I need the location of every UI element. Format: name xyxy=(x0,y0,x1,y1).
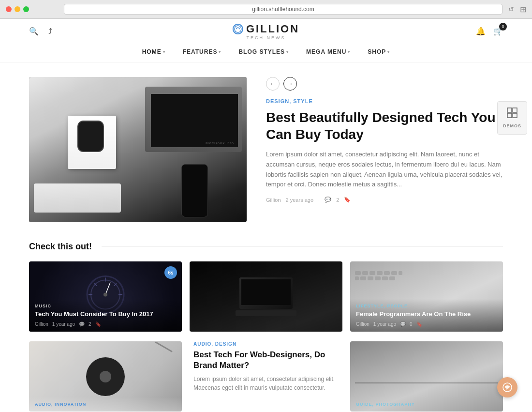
nav-shop-arrow: ▾ xyxy=(387,50,390,54)
bottom-left: AUDIO, INNOVATION xyxy=(29,341,182,412)
card-1-overlay: MUSIC Tech You Must Consider To Buy In 2… xyxy=(29,299,182,332)
hero-author: Gillion xyxy=(266,197,281,203)
bottom-left-category: AUDIO, INNOVATION xyxy=(35,402,176,407)
card-3-comment-icon: 💬 xyxy=(400,321,406,327)
page: 🔍 ⤴ GILLION TECH NEWS 🔔 🛒 0 xyxy=(0,19,532,412)
hero-content: ← → DESIGN, STYLE Best Beautifully Desig… xyxy=(266,77,503,203)
card-2-bg xyxy=(190,261,342,332)
card-1-comment-icon: 💬 xyxy=(79,321,85,327)
card-female-programmers[interactable]: LIFESTYLE, PEOPLE Female Programmers Are… xyxy=(350,261,503,332)
card-3-time: 1 year ago xyxy=(373,321,396,327)
card-laptop[interactable] xyxy=(190,261,342,332)
nav-blog-arrow: ▾ xyxy=(286,50,289,54)
logo-subtitle: TECH NEWS xyxy=(247,35,286,40)
logo-main: GILLION xyxy=(233,23,299,35)
svg-point-0 xyxy=(235,26,241,32)
nav-home-arrow: ▾ xyxy=(163,50,165,54)
comment-icon: 💬 xyxy=(325,197,331,203)
nav-home[interactable]: HOME ▾ xyxy=(142,48,165,55)
site-logo[interactable]: GILLION TECH NEWS xyxy=(233,23,299,40)
nav-mega-menu[interactable]: MEGA MENU ▾ xyxy=(306,48,350,55)
cart-icon[interactable]: 🛒 0 xyxy=(493,27,503,36)
dot-red[interactable] xyxy=(6,6,12,12)
demos-icon xyxy=(507,107,517,121)
card-3-bookmark[interactable]: 🔖 xyxy=(416,321,422,327)
svg-line-8 xyxy=(105,282,110,294)
hero-section: MacBook Pro ← → DESIGN, STYLE Best Beaut… xyxy=(0,62,532,237)
nav-features-label: FEATURES xyxy=(183,48,218,55)
search-icon[interactable]: 🔍 xyxy=(29,27,39,36)
section-header: Check this out! xyxy=(0,237,532,261)
hero-category: DESIGN, STYLE xyxy=(266,98,503,104)
card-3-author: Gillion xyxy=(356,321,369,327)
nav-mega-arrow: ▾ xyxy=(348,50,350,54)
reload-icon[interactable]: ↺ xyxy=(508,5,514,13)
hero-comments: 2 xyxy=(336,197,339,203)
bottom-right-image[interactable]: GUIDE, PHOTOGRAPHY xyxy=(350,341,503,412)
bell-icon[interactable]: 🔔 xyxy=(476,27,486,36)
svg-rect-13 xyxy=(513,113,517,118)
demos-label: DEMOS xyxy=(503,123,521,128)
hero-next-button[interactable]: → xyxy=(283,77,297,91)
hero-image: MacBook Pro xyxy=(29,77,247,222)
header-right: 🔔 🛒 0 xyxy=(476,27,503,36)
browser-dots xyxy=(6,6,29,12)
hero-excerpt: Lorem ipsum dolor sit amet, consectetur … xyxy=(266,150,503,190)
dot-green[interactable] xyxy=(23,6,29,12)
bookmark-icon[interactable]: 🔖 xyxy=(344,197,351,203)
cards-grid: 6s MUSIC Tech You Must Consider To Buy I… xyxy=(0,261,532,341)
hero-title: Best Beautifully Designed Tech You Can B… xyxy=(266,109,503,143)
card-3-category: LIFESTYLE, PEOPLE xyxy=(356,304,497,308)
logo-icon xyxy=(233,24,243,34)
nav-features[interactable]: FEATURES ▾ xyxy=(183,48,222,55)
card-3-title: Female Programmers Are On The Rise xyxy=(356,310,497,319)
card-1-author: Gillion xyxy=(35,321,48,327)
card-1-bookmark[interactable]: 🔖 xyxy=(95,321,101,327)
svg-rect-10 xyxy=(507,108,512,112)
hero-meta: Gillion 2 years ago · 💬 2 🔖 xyxy=(266,197,503,203)
nav-mega-label: MEGA MENU xyxy=(306,48,346,55)
card-speedometer[interactable]: 6s MUSIC Tech You Must Consider To Buy I… xyxy=(29,261,182,332)
share-icon[interactable]: ⤴ xyxy=(48,27,52,36)
hero-navigation: ← → xyxy=(266,77,503,91)
logo-text: GILLION xyxy=(246,23,299,35)
bottom-right-category: GUIDE, PHOTOGRAPHY xyxy=(356,402,415,407)
turntable-image[interactable]: AUDIO, INNOVATION xyxy=(29,341,182,412)
svg-rect-12 xyxy=(507,113,512,118)
card-1-comments: 2 xyxy=(89,321,91,327)
svg-rect-11 xyxy=(513,108,517,112)
card-3-comments: 0 xyxy=(410,321,413,327)
nav-home-label: HOME xyxy=(142,48,162,55)
site-header: 🔍 ⤴ GILLION TECH NEWS 🔔 🛒 0 xyxy=(0,19,532,44)
dot-yellow[interactable] xyxy=(15,6,20,12)
browser-chrome: gillion.shufflehound.com ↺ ⊞ xyxy=(0,0,532,19)
card-3-overlay: LIFESTYLE, PEOPLE Female Programmers Are… xyxy=(350,299,503,332)
card-1-badge: 6s xyxy=(164,266,177,279)
section-title: Check this out! xyxy=(29,242,92,252)
header-left-icons: 🔍 ⤴ xyxy=(29,27,52,36)
nav-shop-label: SHOP xyxy=(368,48,386,55)
hero-time: 2 years ago xyxy=(286,197,313,203)
bottom-center: AUDIO, DESIGN Best Tech For Web-Designer… xyxy=(190,341,342,412)
section-divider xyxy=(102,246,503,247)
nav-blog-styles[interactable]: BLOG STYLES ▾ xyxy=(238,48,289,55)
address-bar[interactable]: gillion.shufflehound.com xyxy=(64,4,502,15)
bottom-center-excerpt: Lorem ipsum dolor sit amet, consectetur … xyxy=(193,375,339,392)
bottom-center-category: AUDIO, DESIGN xyxy=(193,341,339,347)
card-1-category: MUSIC xyxy=(35,304,176,308)
hero-prev-button[interactable]: ← xyxy=(266,77,280,91)
card-1-meta: Gillion 1 year ago 💬 2 🔖 xyxy=(35,321,176,327)
bottom-row: AUDIO, INNOVATION AUDIO, DESIGN Best Tec… xyxy=(0,341,532,412)
site-navigation: HOME ▾ FEATURES ▾ BLOG STYLES ▾ MEGA MEN… xyxy=(0,44,532,62)
card-1-title: Tech You Must Consider To Buy In 2017 xyxy=(35,310,176,319)
nav-shop[interactable]: SHOP ▾ xyxy=(368,48,390,55)
chat-button[interactable] xyxy=(497,377,517,397)
expand-icon[interactable]: ⊞ xyxy=(520,5,526,14)
demos-panel[interactable]: DEMOS xyxy=(497,101,527,135)
card-3-meta: Gillion 1 year ago 💬 0 🔖 xyxy=(356,321,497,327)
svg-point-9 xyxy=(103,292,107,296)
bottom-center-title: Best Tech For Web-Designers, Do Brand Ma… xyxy=(193,350,339,371)
card-1-time: 1 year ago xyxy=(52,321,75,327)
nav-features-arrow: ▾ xyxy=(219,50,221,54)
nav-blog-label: BLOG STYLES xyxy=(238,48,285,55)
